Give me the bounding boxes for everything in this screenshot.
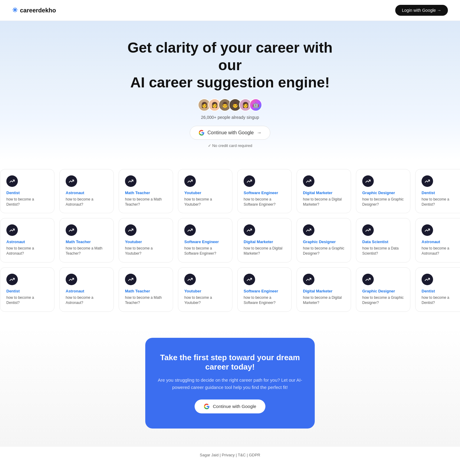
career-card[interactable]: Digital Marketer how to become a Digital… [237,218,292,262]
career-card[interactable]: Software Engineer how to become a Softwa… [178,218,232,262]
career-card-icon [244,274,255,285]
career-card-icon [303,175,314,187]
career-card-title: Data Scientist [362,240,404,244]
career-card-title: Digital Marketer [303,289,345,293]
career-card[interactable]: Data Scientist how to become a Data Scie… [356,218,410,262]
career-card-icon [6,175,18,187]
career-card[interactable]: Youtuber how to become a Youtuber? [178,267,232,312]
career-card-desc: how to become a Astronaut? [66,295,107,305]
career-card-desc: how to become a Astronaut? [422,246,460,256]
career-card[interactable]: Astronaut how to become a Astronaut? [415,218,460,262]
cta-google-signin-button[interactable]: Continue with Google [195,399,265,413]
career-card-desc: how to become a Math Teacher? [66,246,107,256]
career-card[interactable]: Math Teacher how to become a Math Teache… [119,267,173,312]
cta-card: Take the first step toward your dream ca… [145,338,315,429]
arrow-icon: → [257,130,261,135]
career-card[interactable]: Graphic Designer how to become a Graphic… [297,218,351,262]
career-card[interactable]: Graphic Designer how to become a Graphic… [356,267,410,312]
career-card[interactable]: Digital Marketer how to become a Digital… [297,169,351,214]
career-card-desc: how to become a Software Engineer? [244,295,285,305]
career-card-title: Astronaut [66,289,107,293]
career-card-title: Software Engineer [244,289,285,293]
career-card-title: Software Engineer [184,240,226,244]
footer: Sagar Jaid | Privacy | T&C | GDPR [0,447,460,463]
career-card[interactable]: Software Engineer how to become a Softwa… [237,169,292,214]
career-card-icon [362,175,374,187]
career-card-desc: how to become a Software Engineer? [244,197,285,207]
career-card-desc: how to become a Astronaut? [66,197,107,207]
footer-gdpr-link[interactable]: GDPR [249,453,260,457]
career-card-title: Youtuber [184,191,226,195]
hero-headline: Get clarity of your career with our AI c… [124,39,336,91]
career-card[interactable]: Dentist how to become a Dentist? [415,267,460,312]
career-card-title: Digital Marketer [244,240,285,244]
navbar: ✳ careerdekho Login with Google → [0,0,460,21]
career-card-icon [184,175,196,187]
career-card[interactable]: Math Teacher how to become a Math Teache… [119,169,173,214]
career-card[interactable]: Youtuber how to become a Youtuber? [178,169,232,214]
career-card-desc: how to become a Dentist? [6,197,48,207]
career-card[interactable]: Dentist how to become a Dentist? [415,169,460,214]
career-card-icon [66,274,77,285]
career-card-desc: how to become a Dentist? [6,295,48,305]
career-card-title: Dentist [422,289,460,293]
career-card[interactable]: Digital Marketer how to become a Digital… [297,267,351,312]
career-card-icon [303,274,314,285]
career-card-title: Dentist [422,191,460,195]
cta-google-icon [204,403,210,409]
career-card[interactable]: Astronaut how to become a Astronaut? [59,267,114,312]
career-card-title: Software Engineer [244,191,285,195]
career-card[interactable]: Astronaut how to become a Astronaut? [0,218,54,262]
career-card-desc: how to become a Graphic Designer? [303,246,345,256]
career-card-icon [184,274,196,285]
career-card-icon [362,274,374,285]
career-card-icon [66,224,77,236]
google-icon [199,130,205,136]
career-card-icon [6,224,18,236]
footer-terms-link[interactable]: T&C [238,453,246,457]
career-card[interactable]: Astronaut how to become a Astronaut? [59,169,114,214]
career-card[interactable]: Graphic Designer how to become a Graphic… [356,169,410,214]
career-card-title: Astronaut [6,240,48,244]
cta-section: Take the first step toward your dream ca… [0,326,460,447]
career-card-desc: how to become a Youtuber? [125,246,167,256]
career-card-desc: how to become a Youtuber? [184,197,226,207]
cards-row-1: Dentist how to become a Dentist? Astrona… [0,169,460,214]
avatar: 🤖 [249,99,262,111]
hero-section: Get clarity of your career with our AI c… [0,21,460,160]
career-card-title: Graphic Designer [303,240,345,244]
career-card-title: Graphic Designer [362,191,404,195]
career-card-desc: how to become a Data Scientist? [362,246,404,256]
login-button[interactable]: Login with Google → [395,5,448,16]
career-card-desc: how to become a Dentist? [422,197,460,207]
career-card[interactable]: Software Engineer how to become a Softwa… [237,267,292,312]
career-card-title: Graphic Designer [362,289,404,293]
career-card-title: Digital Marketer [303,191,345,195]
career-card-desc: how to become a Graphic Designer? [362,295,404,305]
hero-google-signin-button[interactable]: Continue with Google → [190,126,271,140]
career-card[interactable]: Dentist how to become a Dentist? [0,169,54,214]
career-card-title: Youtuber [184,289,226,293]
career-card-icon [125,274,136,285]
career-card-icon [422,175,433,187]
logo: ✳ careerdekho [12,6,56,14]
career-card-icon [125,175,136,187]
career-card[interactable]: Youtuber how to become a Youtuber? [119,218,173,262]
career-card[interactable]: Dentist how to become a Dentist? [0,267,54,312]
career-card-desc: how to become a Graphic Designer? [362,197,404,207]
career-card-desc: how to become a Math Teacher? [125,295,167,305]
career-card-icon [422,224,433,236]
career-card-title: Youtuber [125,240,167,244]
career-card[interactable]: Math Teacher how to become a Math Teache… [59,218,114,262]
career-card-desc: how to become a Digital Marketer? [303,197,345,207]
cta-headline: Take the first step toward your dream ca… [157,353,303,372]
career-card-title: Math Teacher [125,289,167,293]
footer-privacy-link[interactable]: Privacy [222,453,235,457]
career-card-desc: how to become a Math Teacher? [125,197,167,207]
career-card-icon [6,274,18,285]
career-card-icon [303,224,314,236]
career-card-title: Dentist [6,191,48,195]
career-card-desc: how to become a Digital Marketer? [244,246,285,256]
career-card-title: Astronaut [422,240,460,244]
career-card-desc: how to become a Digital Marketer? [303,295,345,305]
